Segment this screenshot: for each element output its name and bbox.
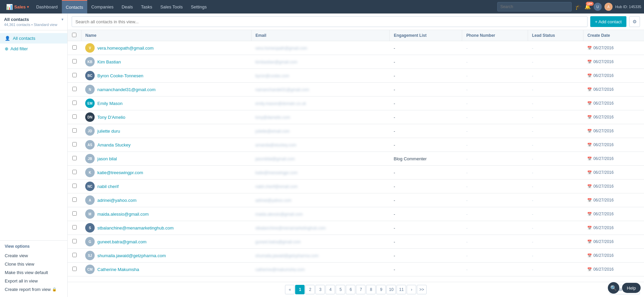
- row-checkbox-cell[interactable]: [68, 166, 81, 180]
- page-2-btn[interactable]: 2: [305, 285, 315, 294]
- contact-name[interactable]: juliette duru: [97, 129, 120, 134]
- page-7-btn[interactable]: 7: [356, 285, 365, 294]
- row-checkbox-cell[interactable]: [68, 180, 81, 193]
- row-checkbox[interactable]: [72, 114, 77, 119]
- contact-name[interactable]: guneet.batra@gmail.com: [97, 239, 146, 244]
- contact-name[interactable]: Kim Bastian: [97, 59, 121, 64]
- nav-item-settings[interactable]: Settings: [187, 0, 211, 14]
- contact-name[interactable]: katie@treeswingpr.com: [97, 170, 143, 175]
- page-9-btn[interactable]: 9: [376, 285, 386, 294]
- row-name-cell[interactable]: CM Catherine Makumsha: [81, 263, 251, 276]
- row-name-cell[interactable]: KB Kim Bastian: [81, 55, 251, 69]
- row-checkbox-cell[interactable]: [68, 55, 81, 69]
- sidebar-item-allcontacts[interactable]: 👤 All contacts: [0, 33, 67, 44]
- page-1-btn[interactable]: 1: [295, 285, 305, 294]
- row-checkbox[interactable]: [72, 142, 77, 146]
- row-checkbox[interactable]: [72, 225, 77, 230]
- contact-name[interactable]: vera.homeopath@gmail.com: [97, 46, 153, 51]
- page-10-btn[interactable]: 10: [386, 285, 396, 294]
- row-checkbox-cell[interactable]: [68, 83, 81, 97]
- contact-name[interactable]: adrinei@yahoo.com: [97, 198, 137, 203]
- row-checkbox[interactable]: [72, 267, 77, 271]
- row-checkbox-cell[interactable]: [68, 41, 81, 55]
- col-email[interactable]: Email: [251, 30, 389, 41]
- contact-name[interactable]: Emily Mason: [97, 101, 122, 106]
- contact-name[interactable]: jason bilal: [97, 156, 117, 161]
- add-filter[interactable]: ⊕ Add filter: [0, 44, 67, 54]
- table-row[interactable]: G guneet.batra@gmail.com guneet.batra@gm…: [68, 235, 644, 249]
- view-option-create[interactable]: Create view: [5, 251, 63, 260]
- page-11-btn[interactable]: 11: [397, 285, 406, 294]
- page-3-btn[interactable]: 3: [315, 285, 325, 294]
- table-row[interactable]: JB jason bilal jasonbilal@gmail.com Blog…: [68, 152, 644, 166]
- contact-name[interactable]: Tony D'Amelio: [97, 115, 125, 120]
- row-checkbox-cell[interactable]: [68, 249, 81, 263]
- row-checkbox[interactable]: [72, 239, 77, 243]
- graduation-icon[interactable]: 🎓: [575, 4, 582, 10]
- row-checkbox[interactable]: [72, 184, 77, 188]
- table-row[interactable]: EM Emily Mason emily.mason@domain.co.uk …: [68, 97, 644, 110]
- row-name-cell[interactable]: JD juliette duru: [81, 124, 251, 138]
- row-checkbox-cell[interactable]: [68, 235, 81, 249]
- row-checkbox[interactable]: [72, 87, 77, 91]
- table-row[interactable]: V vera.homeopath@gmail.com vera.homeopat…: [68, 41, 644, 55]
- notification-icon[interactable]: 🔔 10+: [585, 4, 591, 10]
- nav-item-dashboard[interactable]: Dashboard: [32, 0, 62, 14]
- row-checkbox[interactable]: [72, 128, 77, 133]
- view-option-report[interactable]: Create report from view 🔒: [5, 285, 63, 294]
- view-option-default[interactable]: Make this view default: [5, 268, 63, 277]
- row-checkbox-cell[interactable]: [68, 138, 81, 152]
- row-checkbox-cell[interactable]: [68, 69, 81, 83]
- table-row[interactable]: N namanchandel31@gmail.com namanchandel3…: [68, 83, 644, 97]
- table-row[interactable]: BC Byron Cooke-Tonnesen byron@cooke.com …: [68, 69, 644, 83]
- col-create-date[interactable]: Create Date: [583, 30, 644, 41]
- view-option-export[interactable]: Export all in view: [5, 277, 63, 285]
- row-checkbox[interactable]: [72, 59, 77, 63]
- col-engagement[interactable]: Engagement List: [390, 30, 462, 41]
- row-checkbox-cell[interactable]: [68, 110, 81, 124]
- page-last-btn[interactable]: >>: [417, 285, 426, 294]
- row-checkbox[interactable]: [72, 170, 77, 174]
- nav-brand[interactable]: 📊 Sales ▾: [3, 4, 32, 10]
- contact-name[interactable]: stbalanchine@menamarketinghub.com: [97, 225, 174, 231]
- row-name-cell[interactable]: M maida.alessio@gmail.com: [81, 207, 251, 221]
- contact-name[interactable]: nabil cherif: [97, 184, 119, 189]
- avatar-user1[interactable]: U: [594, 3, 602, 11]
- row-name-cell[interactable]: K katie@treeswingpr.com: [81, 166, 251, 180]
- row-checkbox[interactable]: [72, 253, 77, 257]
- row-checkbox-cell[interactable]: [68, 221, 81, 235]
- table-row[interactable]: K katie@treeswingpr.com katie@treeswingp…: [68, 166, 644, 180]
- nav-item-contacts[interactable]: Contacts: [62, 0, 87, 14]
- row-name-cell[interactable]: V vera.homeopath@gmail.com: [81, 41, 251, 55]
- row-checkbox[interactable]: [72, 211, 77, 216]
- contact-name[interactable]: namanchandel31@gmail.com: [97, 87, 156, 92]
- view-option-clone[interactable]: Clone this view: [5, 260, 63, 268]
- page-first-btn[interactable]: «: [285, 285, 294, 294]
- nav-item-tasks[interactable]: Tasks: [137, 0, 156, 14]
- page-next-btn[interactable]: ›: [407, 285, 416, 294]
- row-name-cell[interactable]: EM Emily Mason: [81, 97, 251, 110]
- row-name-cell[interactable]: JB jason bilal: [81, 152, 251, 166]
- help-button[interactable]: Help: [622, 283, 641, 293]
- row-checkbox-cell[interactable]: [68, 97, 81, 110]
- col-lead-status[interactable]: Lead Status: [528, 30, 583, 41]
- row-checkbox[interactable]: [72, 45, 77, 50]
- row-checkbox-cell[interactable]: [68, 152, 81, 166]
- contacts-search-input[interactable]: [72, 16, 588, 27]
- row-name-cell[interactable]: S stbalanchine@menamarketinghub.com: [81, 221, 251, 235]
- contact-name[interactable]: Amanda Stuckey: [97, 142, 130, 147]
- all-contacts-dropdown[interactable]: All contacts ▾: [4, 17, 63, 22]
- row-checkbox-cell[interactable]: [68, 124, 81, 138]
- contact-name[interactable]: Catherine Makumsha: [97, 267, 139, 272]
- row-checkbox[interactable]: [72, 197, 77, 202]
- page-4-btn[interactable]: 4: [326, 285, 335, 294]
- row-checkbox-cell[interactable]: [68, 207, 81, 221]
- contact-name[interactable]: Byron Cooke-Tonnesen: [97, 73, 143, 78]
- add-contact-button[interactable]: + Add contact: [590, 16, 626, 27]
- col-phone[interactable]: Phone Number: [462, 30, 528, 41]
- table-row[interactable]: M maida.alessio@gmail.com maida.alessio@…: [68, 207, 644, 221]
- nav-search-input[interactable]: [497, 2, 572, 11]
- row-checkbox[interactable]: [72, 101, 77, 105]
- page-5-btn[interactable]: 5: [336, 285, 345, 294]
- row-name-cell[interactable]: G guneet.batra@gmail.com: [81, 235, 251, 249]
